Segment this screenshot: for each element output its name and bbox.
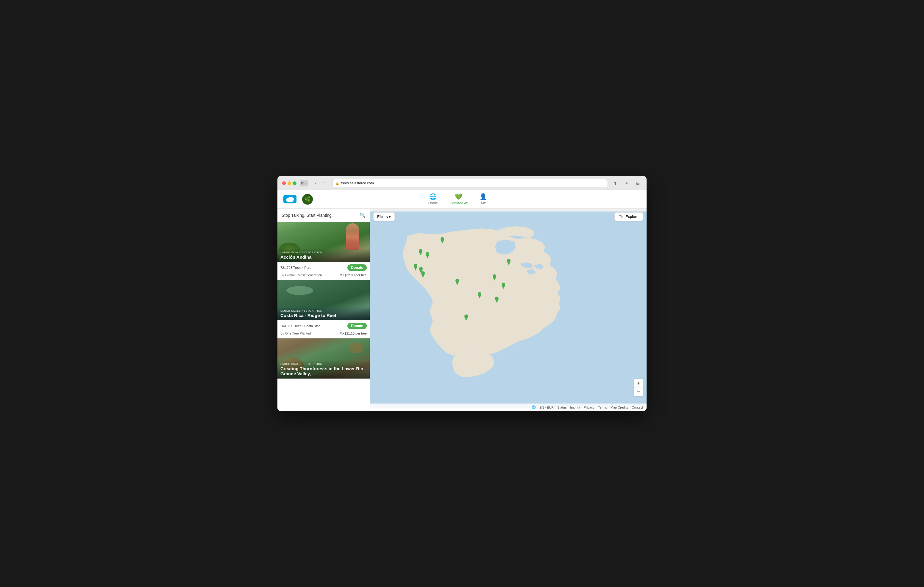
map-imprint-link[interactable]: Imprint <box>570 406 580 409</box>
new-tab-button[interactable]: + <box>623 179 630 187</box>
minimize-button[interactable] <box>287 181 291 185</box>
project-price-costa-rica: MX$21.15 per tree <box>340 332 367 335</box>
donate-icon: 💚 <box>455 193 462 200</box>
fullscreen-button[interactable] <box>293 181 297 185</box>
svg-point-3 <box>288 197 291 199</box>
explore-button[interactable]: 🔭 Explore <box>614 212 643 221</box>
map-marker-13[interactable] <box>464 314 469 321</box>
zoom-out-button[interactable]: − <box>634 388 643 396</box>
project-image-accion-andina: LARGE SCALE RESTORATION Acción Andina <box>277 222 370 262</box>
filter-chevron-icon: ▾ <box>389 214 391 219</box>
search-input[interactable] <box>282 213 357 218</box>
project-trees-costa-rica: 203,387 Trees • Costa Rica <box>280 324 320 328</box>
map-terms-link[interactable]: Terms <box>598 406 607 409</box>
nav-me-label: Me <box>481 201 486 205</box>
explore-label: Explore <box>625 214 639 219</box>
project-name-thornforest: Creating Thornforests in the Lower Rio G… <box>280 366 367 376</box>
nav-me[interactable]: 👤 Me <box>480 193 487 205</box>
map-status-link[interactable]: Status <box>557 406 566 409</box>
donate-button-accion-andina[interactable]: Donate <box>347 264 367 271</box>
project-card-accion-andina[interactable]: LARGE SCALE RESTORATION Acción Andina 72… <box>277 222 370 280</box>
back-button[interactable]: ‹ <box>312 179 320 187</box>
project-name-accion-andina: Acción Andina <box>280 255 367 260</box>
project-card-costa-rica[interactable]: LARGE SCALE RESTORATION Costa Rica - Rid… <box>277 280 370 339</box>
map-marker-10[interactable] <box>501 283 506 289</box>
browser-chrome: ⊟ ⌄ ‹ › 🔒 trees.salesforce.com ⬆ + ⊞ <box>277 176 647 190</box>
zoom-controls: + − <box>634 379 643 396</box>
project-card-thornforest[interactable]: LARGE SCALE RESTORATION Creating Thornfo… <box>277 339 370 379</box>
project-price-accion-andina: MX$32.00 per tree <box>340 273 367 277</box>
project-name-costa-rica: Costa Rica - Ridge to Reef <box>280 313 367 318</box>
nav-donate-gift[interactable]: 💚 Donate/Gift <box>450 193 468 205</box>
zoom-in-button[interactable]: + <box>634 379 643 388</box>
app-nav: 🌿 🌐 Home 💚 Donate/Gift 👤 Me <box>277 190 647 209</box>
map-marker-8[interactable] <box>506 259 512 265</box>
plant-for-planet-logo: 🌿 <box>302 193 314 205</box>
map-marker-2[interactable] <box>418 249 423 255</box>
project-overlay-costa-rica: LARGE SCALE RESTORATION Costa Rica - Rid… <box>277 307 370 320</box>
sidebar-toggle[interactable]: ⊟ ⌄ <box>300 180 309 186</box>
project-footer-accion-andina: By Global Forest Generation MX$32.00 per… <box>277 273 370 280</box>
nav-home-label: Home <box>428 201 438 205</box>
map-privacy-link[interactable]: Privacy <box>584 406 594 409</box>
project-tag-thornforest: LARGE SCALE RESTORATION <box>280 362 367 365</box>
map-marker-9[interactable] <box>492 274 497 281</box>
search-button[interactable]: 🔍 <box>360 212 366 218</box>
map-marker-11[interactable] <box>477 292 482 299</box>
filter-label: Filters <box>377 214 388 219</box>
map-svg <box>370 209 647 411</box>
map-area: Filters ▾ 🔭 Explore + − 🌐 EN · EUR Statu… <box>370 209 647 411</box>
close-button[interactable] <box>282 181 286 185</box>
home-globe-icon: 🌐 <box>429 193 437 200</box>
map-lang: EN · EUR <box>540 406 554 409</box>
grid-button[interactable]: ⊞ <box>634 179 642 187</box>
project-overlay-accion-andina: LARGE SCALE RESTORATION Acción Andina <box>277 248 370 262</box>
me-icon: 👤 <box>480 193 487 200</box>
filter-button[interactable]: Filters ▾ <box>373 212 395 221</box>
map-marker-3[interactable] <box>425 252 430 258</box>
left-panel: 🔍 LARGE SCALE RESTORATION Acción Andina <box>277 209 370 411</box>
project-footer-costa-rica: By One Tree Planted MX$21.15 per tree <box>277 332 370 338</box>
address-bar[interactable]: 🔒 trees.salesforce.com <box>332 179 608 187</box>
lock-icon: 🔒 <box>335 182 339 185</box>
map-controls: Filters ▾ <box>373 212 395 221</box>
share-button[interactable]: ⬆ <box>611 179 619 187</box>
project-tag-costa-rica: LARGE SCALE RESTORATION <box>280 309 367 312</box>
nav-donate-label: Donate/Gift <box>450 201 468 205</box>
nav-home[interactable]: 🌐 Home <box>428 193 438 205</box>
project-tag-accion-andina: LARGE SCALE RESTORATION <box>280 251 367 254</box>
map-contact-link[interactable]: Contact <box>632 406 643 409</box>
browser-window: ⊟ ⌄ ‹ › 🔒 trees.salesforce.com ⬆ + ⊞ <box>277 176 647 411</box>
map-marker-4[interactable] <box>413 264 418 270</box>
project-image-costa-rica: LARGE SCALE RESTORATION Costa Rica - Rid… <box>277 280 370 320</box>
url-text: trees.salesforce.com <box>341 181 374 185</box>
forward-button[interactable]: › <box>321 179 328 187</box>
project-org-accion-andina: By Global Forest Generation <box>280 273 322 277</box>
project-overlay-thornforest: LARGE SCALE RESTORATION Creating Thornfo… <box>277 360 370 378</box>
salesforce-logo <box>284 195 297 203</box>
project-list: LARGE SCALE RESTORATION Acción Andina 72… <box>277 222 370 411</box>
map-credits-link[interactable]: Map Credits <box>610 406 628 409</box>
project-org-costa-rica: By One Tree Planted <box>280 332 311 335</box>
explore-binoculars-icon: 🔭 <box>619 214 624 219</box>
project-image-thornforest: LARGE SCALE RESTORATION Creating Thornfo… <box>277 339 370 378</box>
project-info-accion-andina: 721,703 Trees • Peru Donate <box>277 262 370 273</box>
donate-button-costa-rica[interactable]: Donate <box>347 323 367 329</box>
main-content: 🔍 LARGE SCALE RESTORATION Acción Andina <box>277 209 647 411</box>
globe-lang-icon: 🌐 <box>532 405 536 409</box>
svg-text:🌿: 🌿 <box>304 196 311 202</box>
logo-divider <box>299 195 299 204</box>
map-footer: 🌐 EN · EUR Status Imprint Privacy Terms … <box>370 403 647 411</box>
map-marker-1[interactable] <box>440 237 445 243</box>
map-marker-7[interactable] <box>455 279 460 285</box>
traffic-lights <box>282 181 297 185</box>
nav-items: 🌐 Home 💚 Donate/Gift 👤 Me <box>428 193 487 205</box>
map-marker-12[interactable] <box>494 296 500 303</box>
project-trees-accion-andina: 721,703 Trees • Peru <box>280 266 311 270</box>
project-info-costa-rica: 203,387 Trees • Costa Rica Donate <box>277 320 370 332</box>
map-marker-6[interactable] <box>420 271 426 278</box>
app-logo: 🌿 <box>284 193 314 205</box>
search-bar: 🔍 <box>277 209 370 222</box>
